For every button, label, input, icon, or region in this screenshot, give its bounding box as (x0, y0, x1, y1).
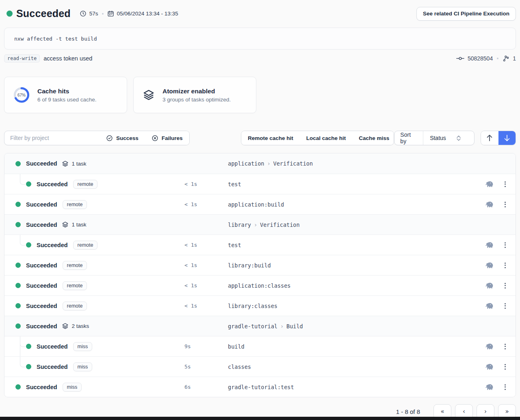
status-label: Succeeded (37, 242, 68, 248)
status-dot (26, 181, 31, 187)
task-row[interactable]: Succeeded remote < 1s library:classes (4, 295, 516, 316)
cache-status-badge: miss (63, 383, 82, 392)
task-name[interactable]: classes (228, 364, 485, 370)
filter-by-project-input[interactable] (4, 131, 100, 145)
gradle-icon[interactable] (485, 262, 494, 269)
row-menu-button[interactable] (504, 261, 507, 270)
task-duration: 5s (184, 364, 228, 370)
project-breadcrumb[interactable]: gradle-tutorial›Build (228, 323, 507, 330)
task-name[interactable]: test (228, 181, 485, 187)
task-row[interactable]: Succeeded miss 9s build (4, 336, 516, 356)
branch-icon (503, 55, 509, 62)
gradle-icon[interactable] (485, 343, 494, 350)
layers-icon (62, 323, 69, 330)
arrow-down-icon (504, 134, 510, 142)
task-name[interactable]: gradle-tutorial:test (228, 384, 485, 390)
filter-toolbar: Success Failures Remote cache hit Local … (4, 131, 516, 145)
status-dot (15, 323, 21, 329)
task-duration: 6s (184, 384, 228, 390)
status-dot (26, 242, 31, 248)
task-row[interactable]: Succeeded remote < 1s library:build (4, 255, 516, 275)
failures-filter-button[interactable]: Failures (145, 131, 189, 145)
status-label: Succeeded (26, 303, 57, 309)
task-count: 1 task (72, 222, 87, 228)
access-token-text: access token used (43, 55, 92, 62)
task-group-row[interactable]: Succeeded 2 tasks gradle-tutorial›Build (4, 316, 516, 336)
cache-hits-title: Cache hits (37, 88, 97, 95)
task-name[interactable]: test (228, 242, 485, 248)
project-breadcrumb[interactable]: application›Verification (228, 160, 507, 167)
status-label: Succeeded (37, 343, 68, 350)
sort-ascending-button[interactable] (481, 131, 498, 145)
row-menu-button[interactable] (504, 281, 507, 290)
layers-icon (143, 89, 155, 101)
run-duration: 57s (89, 11, 98, 17)
row-menu-button[interactable] (504, 180, 507, 189)
status-dot (15, 263, 21, 268)
gradle-icon[interactable] (485, 241, 494, 248)
gradle-icon[interactable] (485, 181, 494, 187)
tree-connector (20, 174, 25, 185)
cache-status-badge: remote (63, 281, 87, 290)
gradle-icon[interactable] (485, 282, 494, 289)
separator-dot (102, 13, 104, 15)
cache-status-badge: miss (73, 362, 93, 371)
task-name[interactable]: library:classes (228, 303, 485, 309)
remote-cache-hit-button[interactable]: Remote cache hit (241, 131, 300, 145)
cache-miss-button[interactable]: Cache miss (352, 131, 394, 145)
row-menu-button[interactable] (504, 342, 507, 351)
task-row[interactable]: Succeeded remote < 1s test (4, 174, 516, 194)
branch-count[interactable]: 1 (513, 55, 516, 62)
row-menu-button[interactable] (504, 200, 507, 209)
task-row[interactable]: Succeeded miss 5s classes (4, 356, 516, 377)
cache-status-badge: remote (73, 180, 98, 189)
gradle-icon[interactable] (485, 302, 494, 309)
atomizer-card: Atomizer enabled 3 groups of tasks optim… (133, 77, 256, 113)
task-name[interactable]: application:build (228, 201, 485, 208)
commit-id[interactable]: 50828504 (468, 55, 493, 62)
row-menu-button[interactable] (504, 302, 507, 310)
task-row[interactable]: Succeeded remote < 1s application:build (4, 194, 516, 214)
task-row[interactable]: Succeeded miss 6s gradle-tutorial:test (4, 377, 516, 397)
task-name[interactable]: application:classes (228, 282, 485, 289)
layers-icon (62, 160, 69, 167)
sort-direction-group (481, 131, 516, 145)
cache-status-badge: remote (63, 302, 87, 310)
project-breadcrumb[interactable]: library›Verification (228, 222, 507, 228)
project-filter-group: Success Failures (4, 131, 190, 145)
status-dot (26, 364, 31, 369)
breadcrumb-separator: › (280, 323, 284, 330)
status-dot (15, 283, 21, 288)
sort-descending-button[interactable] (498, 131, 516, 145)
task-row[interactable]: Succeeded remote < 1s application:classe… (4, 275, 516, 295)
task-group-row[interactable]: Succeeded 1 task application›Verificatio… (4, 153, 516, 174)
task-group-row[interactable]: Succeeded 1 task library›Verification (4, 214, 516, 235)
x-circle-icon (152, 135, 158, 142)
sort-field-select[interactable]: Status (423, 131, 474, 145)
see-related-ci-pipeline-button[interactable]: See related CI Pipeline Execution (416, 7, 516, 21)
cache-hits-subtitle: 6 of 9 tasks used cache. (37, 97, 97, 103)
cache-status-badge: miss (73, 342, 93, 351)
atomizer-subtitle: 3 groups of tasks optimized. (162, 97, 231, 103)
row-menu-button[interactable] (504, 241, 507, 250)
status-label: Succeeded (37, 181, 68, 187)
gradle-icon[interactable] (485, 201, 494, 208)
status-label: Succeeded (37, 364, 68, 370)
cache-filter-group: Remote cache hit Local cache hit Cache m… (241, 131, 394, 145)
row-menu-button[interactable] (504, 383, 507, 392)
access-token-badge: read-write (4, 54, 40, 62)
page-title: Succeeded (16, 8, 71, 19)
gradle-icon[interactable] (485, 383, 494, 390)
failures-filter-label: Failures (162, 135, 183, 141)
layers-icon (62, 221, 69, 228)
tree-connector (20, 357, 25, 367)
success-filter-button[interactable]: Success (100, 131, 145, 145)
task-name[interactable]: build (228, 343, 485, 350)
task-row[interactable]: Succeeded remote < 1s test (4, 235, 516, 255)
row-menu-button[interactable] (504, 362, 507, 371)
task-name[interactable]: library:build (228, 262, 485, 269)
status-label: Succeeded (26, 160, 57, 167)
local-cache-hit-button[interactable]: Local cache hit (300, 131, 353, 145)
gradle-icon[interactable] (485, 363, 494, 370)
status-label: Succeeded (26, 282, 57, 289)
